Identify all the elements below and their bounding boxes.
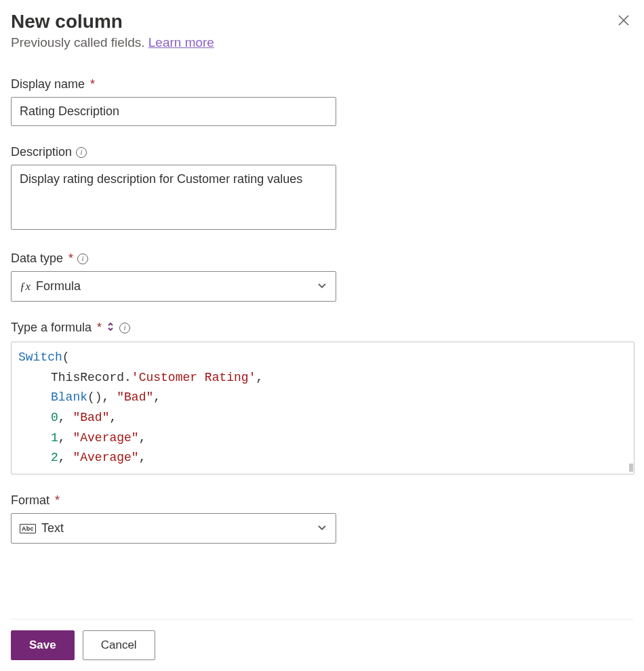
data-type-select[interactable]: ƒx Formula: [11, 271, 336, 302]
panel-subtitle: Previously called fields. Learn more: [11, 35, 633, 50]
required-indicator: *: [87, 77, 95, 91]
data-type-group: Data type * i ƒx Formula: [11, 251, 633, 302]
formula-line: Switch(: [18, 348, 627, 368]
expand-icon[interactable]: [106, 322, 115, 334]
format-group: Format * Abc Text: [11, 493, 633, 544]
required-indicator: *: [65, 251, 73, 265]
display-name-input[interactable]: [11, 97, 336, 126]
display-name-group: Display name *: [11, 77, 633, 126]
format-value: Text: [41, 521, 64, 535]
cancel-button[interactable]: Cancel: [83, 630, 155, 660]
format-label: Format *: [11, 493, 60, 508]
info-icon[interactable]: i: [76, 147, 87, 158]
required-indicator: *: [94, 321, 102, 334]
formula-line: Blank(), "Bad",: [18, 388, 627, 408]
info-icon[interactable]: i: [77, 253, 88, 264]
subtitle-text: Previously called fields.: [11, 35, 148, 49]
description-label: Description: [11, 145, 72, 159]
required-indicator: *: [52, 493, 60, 507]
formula-icon: ƒx: [20, 280, 31, 293]
description-group: Description i: [11, 145, 633, 232]
formula-group: Type a formula * i: [11, 321, 633, 335]
info-icon[interactable]: i: [119, 323, 130, 333]
formula-label: Type a formula *: [11, 321, 102, 335]
formula-line: 1, "Average",: [18, 428, 627, 449]
formula-line: 2, "Average",: [18, 448, 627, 468]
panel-header: New column: [11, 11, 633, 33]
data-type-label: Data type *: [11, 251, 73, 266]
description-input[interactable]: [11, 165, 336, 230]
panel-footer: Save Cancel: [11, 619, 633, 660]
display-name-label: Display name *: [11, 77, 95, 92]
close-icon: [617, 15, 630, 30]
formula-editor[interactable]: Switch(ThisRecord.'Customer Rating',Blan…: [11, 342, 635, 474]
scrollbar-handle[interactable]: [629, 464, 633, 472]
formula-line: ThisRecord.'Customer Rating',: [18, 368, 627, 388]
text-icon: Abc: [20, 524, 36, 533]
save-button[interactable]: Save: [11, 630, 75, 660]
learn-more-link[interactable]: Learn more: [148, 35, 214, 49]
data-type-value: Formula: [36, 279, 81, 293]
panel-title: New column: [11, 11, 123, 33]
formula-line: 0, "Bad",: [18, 408, 627, 428]
format-select[interactable]: Abc Text: [11, 513, 336, 544]
close-button[interactable]: [614, 11, 633, 32]
